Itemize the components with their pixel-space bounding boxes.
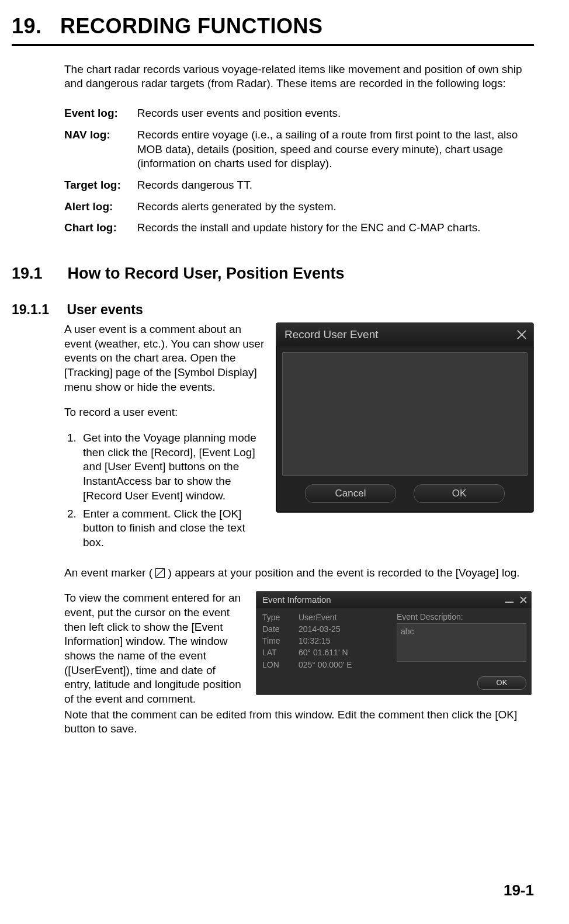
section-title: How to Record User, Position Events (68, 265, 345, 282)
text: ) appears at your position and the event… (168, 567, 520, 579)
value-lon: 025° 00.000' E (299, 659, 352, 670)
description-label: Event Description: (397, 612, 526, 622)
user-events-lead: To record a user event: (64, 405, 265, 420)
page-number: 19-1 (504, 881, 534, 901)
value-time: 10:32:15 (299, 635, 331, 646)
log-name: Alert log: (64, 196, 137, 218)
event-info-paragraph-left: To view the comment entered for an event… (64, 591, 245, 707)
event-information-dialog: Event Information TypeUserEvent Date2014… (256, 591, 532, 694)
value-date: 2014-03-25 (299, 624, 341, 634)
chapter-title: 19. RECORDING FUNCTIONS (12, 13, 534, 40)
step-1: Get into the Voyage planning mode then c… (79, 431, 265, 503)
log-name: Chart log: (64, 217, 137, 239)
label-lat: LAT (262, 647, 299, 658)
dialog-title: Record User Event (284, 328, 379, 342)
step-2: Enter a comment. Click the [OK] button t… (79, 507, 265, 550)
log-desc: Records entire voyage (i.e., a sailing o… (137, 124, 534, 175)
event-marker-paragraph: An event marker ( ) appears at your posi… (64, 566, 534, 581)
section-heading-19-1: 19.1 How to Record User, Position Events (12, 263, 534, 284)
intro-paragraph: The chart radar records various voyage-r… (64, 62, 528, 91)
record-user-event-dialog: Record User Event Cancel OK (276, 322, 534, 513)
dialog-title: Event Information (262, 594, 331, 606)
log-desc: Records alerts generated by the system. (137, 196, 534, 218)
subsection-number: 19.1.1 (12, 301, 63, 319)
log-desc: Records the install and update history f… (137, 217, 534, 239)
dialog-titlebar: Record User Event (276, 323, 533, 346)
key-value-panel: TypeUserEvent Date2014-03-25 Time10:32:1… (256, 608, 397, 674)
label-lon: LON (262, 659, 299, 670)
chapter-title-text: RECORDING FUNCTIONS (60, 14, 323, 38)
chapter-rule (12, 44, 534, 46)
close-icon[interactable] (519, 596, 528, 604)
text: An event marker ( (64, 567, 152, 579)
description-panel: Event Description: abc (397, 608, 531, 674)
event-marker-icon (155, 568, 165, 578)
subsection-heading-19-1-1: 19.1.1 User events (12, 301, 534, 319)
value-lat: 60° 01.611' N (299, 647, 348, 658)
chapter-number: 19. (12, 14, 42, 38)
event-info-paragraph-tail: Note that the comment can be edited from… (64, 708, 534, 737)
comment-textarea[interactable] (282, 352, 528, 476)
user-events-steps: Get into the Voyage planning mode then c… (64, 431, 265, 550)
minimize-icon[interactable] (505, 602, 514, 603)
log-name: Target log: (64, 175, 137, 196)
ok-button[interactable]: OK (414, 484, 505, 503)
label-date: Date (262, 624, 299, 634)
subsection-title: User events (67, 302, 143, 317)
ok-button[interactable]: OK (477, 676, 526, 690)
section-number: 19.1 (12, 263, 63, 284)
dialog-titlebar: Event Information (256, 592, 531, 608)
dialog-button-row: Cancel OK (276, 482, 533, 512)
log-name: NAV log: (64, 124, 137, 175)
label-type: Type (262, 612, 299, 623)
label-time: Time (262, 635, 299, 646)
description-textbox[interactable]: abc (397, 623, 526, 662)
value-type: UserEvent (299, 612, 336, 623)
log-desc: Records user events and position events. (137, 103, 534, 124)
close-icon[interactable] (516, 329, 528, 341)
log-desc: Records dangerous TT. (137, 175, 534, 196)
log-name: Event log: (64, 103, 137, 124)
user-events-paragraph: A user event is a comment about an event… (64, 322, 265, 394)
cancel-button[interactable]: Cancel (305, 484, 396, 503)
logs-table: Event log:Records user events and positi… (64, 103, 534, 239)
